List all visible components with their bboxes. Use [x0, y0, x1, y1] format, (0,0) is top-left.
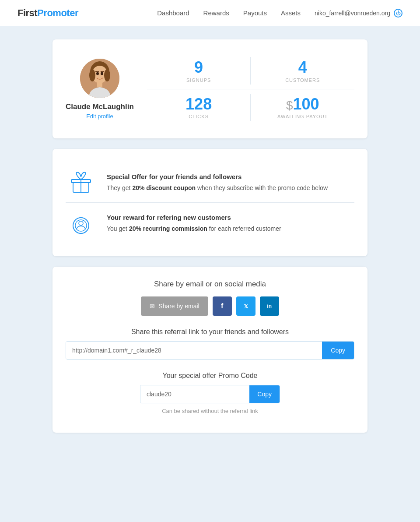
- commission-text: Your reward for refering new customers Y…: [107, 212, 281, 233]
- customers-number: 4: [261, 59, 344, 76]
- awaiting-label: AWAITING PAYOUT: [261, 114, 344, 119]
- reward-title: Your reward for refering new customers: [107, 212, 281, 223]
- promo-code-row: Copy: [140, 385, 280, 403]
- badge-icon-wrap: [66, 210, 96, 236]
- svg-point-4: [89, 69, 95, 81]
- facebook-icon: f: [221, 302, 223, 310]
- nav-links: Dashboard Rewards Payouts Assets niko_fa…: [157, 9, 402, 18]
- signups-label: SIGNUPS: [158, 78, 240, 83]
- nav-rewards[interactable]: Rewards: [203, 9, 229, 17]
- awaiting-number: $100: [261, 95, 344, 113]
- share-buttons: ✉ Share by email f 𝕏 in: [66, 296, 354, 316]
- share-title: Share by email or on social media: [66, 280, 354, 289]
- email-button-label: Share by email: [158, 303, 199, 310]
- svg-rect-3: [97, 82, 102, 87]
- linkedin-icon: in: [267, 303, 272, 309]
- offer-text-prefix: They get: [107, 184, 132, 191]
- commission-row: Your reward for refering new customers Y…: [66, 203, 354, 243]
- customers-label: CUSTOMERS: [261, 78, 344, 83]
- twitter-button[interactable]: 𝕏: [236, 296, 256, 316]
- referral-section-title: Share this referral link to your friends…: [66, 328, 354, 336]
- gift-icon-wrap: [66, 169, 96, 195]
- nav-payouts[interactable]: Payouts: [243, 9, 267, 17]
- dollar-sign: $: [286, 99, 293, 112]
- reward-text-prefix: You get: [107, 225, 129, 232]
- clicks-label: CLICKS: [158, 114, 240, 119]
- svg-point-7: [101, 72, 103, 75]
- twitter-icon: 𝕏: [244, 303, 248, 310]
- offer-row: Special Offer for your friends and follo…: [66, 162, 354, 202]
- share-card: Share by email or on social media ✉ Shar…: [52, 267, 368, 433]
- promo-note: Can be shared without the referral link: [66, 408, 354, 414]
- offer-highlight: 20% discount coupon: [132, 184, 196, 191]
- offer-text-suffix: when they subscribe with the promo code …: [196, 184, 328, 191]
- brand-promoter: Promoter: [37, 7, 78, 18]
- copy-promo-button[interactable]: Copy: [249, 385, 280, 403]
- signups-stat: 9 SIGNUPS: [147, 53, 251, 89]
- referral-section: Share this referral link to your friends…: [66, 328, 354, 360]
- awaiting-amount: 100: [293, 95, 319, 113]
- promo-section-title: Your special offer Promo Code: [66, 372, 354, 380]
- stats-grid: 9 SIGNUPS 4 CUSTOMERS 128 CLICKS $100 AW…: [147, 53, 354, 125]
- gift-icon: [68, 169, 94, 195]
- promo-section: Your special offer Promo Code Copy Can b…: [66, 372, 354, 414]
- reward-text-suffix: for each referred customer: [207, 225, 281, 232]
- envelope-icon: ✉: [150, 303, 155, 310]
- profile-name: Claude McLaughlin: [66, 102, 134, 111]
- profile-left: Claude McLaughlin Edit profile: [66, 59, 134, 120]
- badge-icon: [68, 210, 94, 236]
- brand-logo: FirstPromoter: [18, 7, 78, 19]
- referral-url-row: Copy: [66, 341, 354, 360]
- brand-first: First: [18, 7, 37, 18]
- profile-card: Claude McLaughlin Edit profile 9 SIGNUPS…: [52, 39, 368, 138]
- offer-title: Special Offer for your friends and follo…: [107, 172, 328, 182]
- linkedin-button[interactable]: in: [260, 296, 279, 316]
- nav-dashboard[interactable]: Dashboard: [157, 9, 189, 17]
- svg-point-5: [104, 69, 110, 81]
- rewards-card: Special Offer for your friends and follo…: [52, 149, 368, 256]
- customers-stat: 4 CUSTOMERS: [251, 53, 354, 89]
- share-email-button[interactable]: ✉ Share by email: [141, 296, 208, 316]
- promo-code-input[interactable]: [140, 385, 249, 403]
- nav-assets[interactable]: Assets: [281, 9, 301, 17]
- avatar: [80, 59, 119, 98]
- svg-point-6: [96, 72, 99, 75]
- clicks-number: 128: [158, 95, 240, 113]
- facebook-button[interactable]: f: [213, 296, 232, 316]
- awaiting-stat: $100 AWAITING PAYOUT: [251, 89, 354, 126]
- edit-profile-link[interactable]: Edit profile: [86, 113, 113, 120]
- page-content: Claude McLaughlin Edit profile 9 SIGNUPS…: [44, 26, 376, 456]
- nav-user-email: niko_farrell@vonrueden.org: [315, 10, 390, 17]
- referral-url-input[interactable]: [66, 342, 322, 359]
- offer-text: Special Offer for your friends and follo…: [107, 172, 328, 193]
- copy-referral-button[interactable]: Copy: [322, 342, 354, 359]
- nav-user: niko_farrell@vonrueden.org ⏻: [315, 9, 402, 18]
- power-icon[interactable]: ⏻: [394, 9, 402, 18]
- navbar: FirstPromoter Dashboard Rewards Payouts …: [0, 0, 420, 26]
- reward-highlight: 20% recurring commission: [129, 225, 207, 232]
- svg-point-13: [79, 221, 83, 226]
- clicks-stat: 128 CLICKS: [147, 89, 251, 126]
- signups-number: 9: [158, 59, 240, 76]
